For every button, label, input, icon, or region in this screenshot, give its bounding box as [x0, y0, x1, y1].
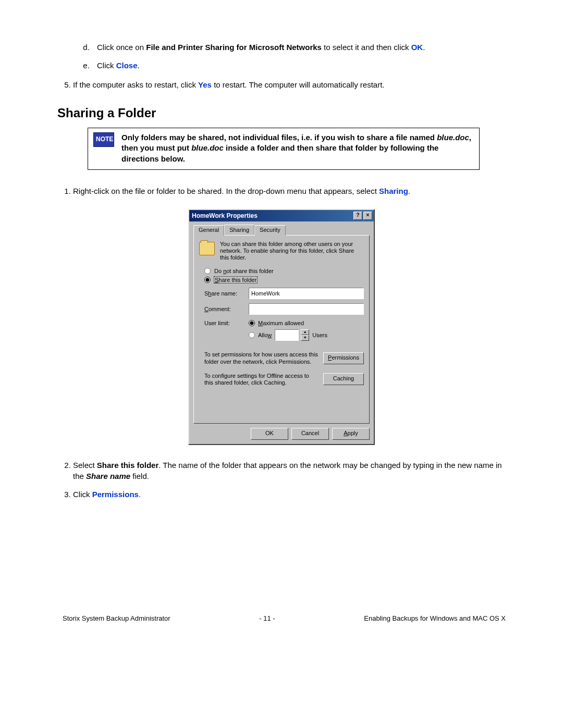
- footer-right: Enabling Backups for Windows and MAC OS …: [364, 614, 506, 622]
- step-5-b: to restart. The computer will automatica…: [212, 80, 385, 89]
- cancel-button[interactable]: Cancel: [291, 428, 329, 440]
- share-step-2: Select Share this folder. The name of th…: [73, 460, 506, 482]
- allow-label: Allow: [258, 332, 272, 338]
- tab-content: You can share this folder among other us…: [193, 235, 370, 424]
- step-d-period: .: [423, 43, 425, 52]
- radio-share-label: Share this folder: [214, 276, 258, 283]
- ss2-c: field.: [130, 472, 149, 480]
- note-p1: Only folders may be shared, not individu…: [121, 133, 437, 142]
- ss1-a: Right-click on the file or folder to be …: [73, 187, 379, 195]
- footer-page-number: - 11 -: [259, 614, 275, 622]
- step-e-text-a: Click: [97, 61, 116, 70]
- step-d-bold: File and Printer Sharing for Microsoft N…: [146, 43, 322, 52]
- max-allowed-label: Maximum allowed: [258, 320, 304, 326]
- close-icon[interactable]: ×: [363, 212, 372, 220]
- share-name-input[interactable]: [249, 288, 364, 299]
- ss3-perm: Permissions: [92, 490, 139, 499]
- page-footer: Storix System Backup Administrator - 11 …: [57, 614, 506, 622]
- spin-down-icon[interactable]: ▼: [301, 335, 309, 341]
- max-allowed-row[interactable]: Maximum allowed: [249, 320, 364, 326]
- comment-input[interactable]: [249, 303, 364, 315]
- share-name-label: Share name:: [204, 290, 243, 297]
- permissions-button[interactable]: Permissions: [323, 352, 364, 364]
- step-e: Click Close.: [92, 61, 506, 70]
- properties-dialog: HomeWork Properties ? × General Sharing …: [188, 209, 375, 445]
- radio-no-share[interactable]: [204, 268, 211, 274]
- step-5-a: If the computer asks to restart, click: [73, 80, 198, 89]
- permissions-text: To set permissions for how users access …: [204, 351, 319, 365]
- caching-button[interactable]: Caching: [323, 373, 364, 385]
- ss2-share: Share this folder: [97, 461, 158, 470]
- radio-no-share-row[interactable]: Do not share this folder: [204, 267, 364, 275]
- caching-text: To configure settings for Offline access…: [204, 373, 319, 386]
- allow-spinner-input[interactable]: [275, 329, 299, 341]
- note-box: Only folders may be shared, not individu…: [88, 128, 480, 170]
- radio-allow[interactable]: [249, 332, 255, 338]
- user-limit-label: User limit:: [204, 320, 243, 344]
- footer-left: Storix System Backup Administrator: [63, 614, 170, 622]
- ss2-sharename: Share name: [86, 472, 130, 480]
- folder-icon: [199, 242, 215, 255]
- step-d-ok: OK: [411, 43, 423, 52]
- ok-button[interactable]: OK: [251, 428, 288, 440]
- ss1-b: .: [408, 187, 410, 195]
- ss3-a: Click: [73, 490, 92, 499]
- comment-label: Comment:: [204, 306, 243, 312]
- section-heading: Sharing a Folder: [57, 106, 506, 120]
- tab-general[interactable]: General: [193, 225, 224, 236]
- step-5-yes: Yes: [198, 80, 212, 89]
- note-blue1: blue.doc: [437, 133, 469, 142]
- radio-share[interactable]: [204, 277, 211, 283]
- step-e-close: Close: [116, 61, 138, 70]
- step-5: If the computer asks to restart, click Y…: [73, 79, 506, 90]
- step-d-text-b: to select it and then click: [322, 43, 411, 52]
- apply-button[interactable]: Apply: [332, 428, 370, 440]
- share-step-1: Right-click on the file or folder to be …: [73, 186, 506, 196]
- help-button[interactable]: ?: [353, 212, 362, 220]
- ss2-a: Select: [73, 461, 97, 470]
- note-text: Only folders may be shared, not individu…: [121, 132, 474, 164]
- radio-no-share-label: Do not share this folder: [214, 267, 274, 275]
- step-d-text-a: Click once on: [97, 43, 146, 52]
- dialog-titlebar: HomeWork Properties ? ×: [189, 210, 374, 221]
- note-icon: [93, 132, 114, 147]
- allow-row[interactable]: Allow ▲ ▼ Users: [249, 329, 364, 341]
- note-blue2: blue.doc: [191, 143, 224, 152]
- ss1-sharing: Sharing: [379, 187, 408, 195]
- step-d: Click once on File and Printer Sharing f…: [92, 43, 506, 52]
- tab-security[interactable]: Security: [254, 225, 286, 236]
- users-label: Users: [312, 332, 327, 338]
- ss3-b: .: [139, 490, 141, 499]
- radio-share-row[interactable]: Share this folder: [204, 276, 364, 283]
- share-description: You can share this folder among other us…: [220, 241, 364, 262]
- share-step-3: Click Permissions.: [73, 489, 506, 500]
- tab-sharing[interactable]: Sharing: [224, 225, 254, 235]
- step-e-period: .: [138, 61, 140, 70]
- radio-max-allowed[interactable]: [249, 320, 255, 326]
- spin-up-icon[interactable]: ▲: [301, 329, 309, 335]
- dialog-title: HomeWork Properties: [191, 212, 353, 219]
